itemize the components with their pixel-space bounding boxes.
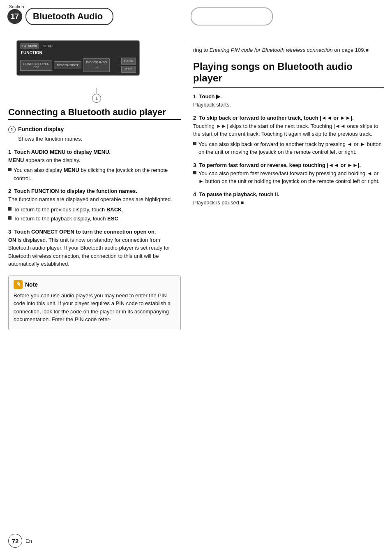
subsection-function-display: 1 Function display [8,126,181,133]
step-2-bullet-1: To return to the previous display, touch… [8,206,181,214]
note-box: ✎ Note Before you can use audio players … [8,276,181,330]
footer: 72 En [8,534,32,548]
esc-btn: ESC [121,66,136,73]
menu-text: MENU [42,44,53,48]
function-display-title: Function display [18,126,64,132]
device-info-btn: DEVICE INFO → [83,58,110,72]
step-2-bullet-2: To return to the playback display, touch… [8,215,181,223]
playing-songs-heading: Playing songs on Bluetooth audio player [193,61,384,88]
right-step-4-heading: 4 To pause the playback, touch II. [193,191,384,197]
step-1-body: MENU appears on the display. [8,156,181,164]
footer-page-number: 72 [8,534,22,548]
callout-ref: 1 [8,126,16,133]
connecting-section-heading: Connecting a Bluetooth audio player [8,107,181,120]
footer-language: En [25,538,32,544]
main-content: BT Audio MENU FUNCTION CONNECT OPEN OFF … [0,25,392,330]
back-btn: BACK [121,58,136,65]
step-2-body: The function names are displayed and ope… [8,195,181,204]
callout-number: 1 [92,94,101,103]
right-step-2-heading: 2 To skip back or forward to another tra… [193,115,384,121]
page-number-pill [191,7,273,25]
diagram-callout: 1 [12,84,181,104]
note-label: Note [25,281,38,288]
right-step-1-heading: 1 Touch ▶. [193,93,384,100]
connect-open-btn: CONNECT OPEN OFF [20,60,52,71]
step-2-heading: 2 Touch FUNCTION to display the function… [8,188,181,194]
right-intro: ring to Entering PIN code for Bluetooth … [193,46,384,54]
note-header: ✎ Note [14,280,175,289]
right-step-3-heading: 3 To perform fast forward or reverse, ke… [193,162,384,168]
right-step-3-bullet: You can also perform fast reverse/fast f… [193,169,384,185]
right-step-1-body: Playback starts. [193,101,384,109]
step-1-heading: 1 Touch AUDIO MENU to display MENU. [8,149,181,155]
section-header: 17 Bluetooth Audio [7,7,392,25]
step-3-body: ON is displayed. This unit is now on sta… [8,236,181,268]
right-step-2-body: Touching ►►| skips to the start of the n… [193,122,384,138]
left-column: BT Audio MENU FUNCTION CONNECT OPEN OFF … [8,34,181,330]
disconnect-btn: DISCONNECT [54,61,81,69]
section-number: 17 [7,9,22,24]
section-label: Section [9,4,24,9]
step-3-heading: 3 Touch CONNECT OPEN to turn the connect… [8,229,181,235]
right-step-2-bullet: You can also skip back or forward to ano… [193,140,384,156]
bt-badge: BT Audio [20,43,39,49]
side-buttons: BACK ESC [121,58,136,73]
right-column: ring to Entering PIN code for Bluetooth … [189,34,384,330]
function-display-body: Shows the function names. [18,135,181,143]
note-text: Before you can use audio players you may… [14,292,175,324]
step-1-bullet: You can also display MENU by clicking th… [8,166,181,182]
note-icon: ✎ [14,280,23,289]
right-step-4-body: Playback is paused.■ [193,199,384,207]
device-diagram: BT Audio MENU FUNCTION CONNECT OPEN OFF … [16,40,140,76]
function-text: FUNCTION [21,51,136,55]
section-title: Bluetooth Audio [25,8,113,25]
